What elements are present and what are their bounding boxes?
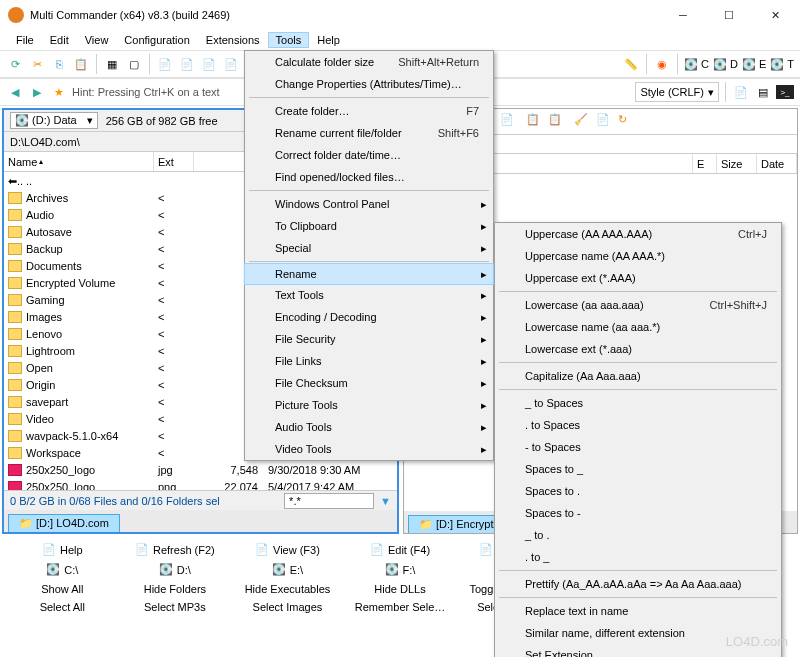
left-drive-dropdown[interactable]: 💽 (D:) Data [10, 112, 98, 129]
select-none-icon[interactable]: ▢ [125, 55, 143, 73]
col-date-r[interactable]: Date [757, 154, 797, 173]
fn-button[interactable]: Select MP3s [119, 598, 232, 616]
menu-edit[interactable]: Edit [42, 32, 77, 48]
menu-item[interactable]: File Links▸ [245, 350, 493, 372]
paste2-icon[interactable]: 📋 [548, 113, 566, 131]
pack-icon[interactable]: 📄 [222, 55, 240, 73]
menu-extensions[interactable]: Extensions [198, 32, 268, 48]
menu-item[interactable]: Picture Tools▸ [245, 394, 493, 416]
filter-icon[interactable]: ▼ [380, 495, 391, 507]
drive-e[interactable]: 💽 E [742, 58, 766, 71]
fn-button[interactable]: 📄View (F3) [231, 540, 344, 560]
menu-item[interactable]: Lowercase name (aa aaa.*) [495, 316, 781, 338]
doc-icon[interactable]: 📄 [732, 83, 750, 101]
menu-item[interactable]: File Security▸ [245, 328, 493, 350]
col-e-r[interactable]: E [693, 154, 717, 173]
fn-button[interactable]: 📄Refresh (F2) [119, 540, 232, 560]
menu-item[interactable]: Set Extension [495, 644, 781, 657]
fn-button[interactable]: 📄Edit (F4) [344, 540, 457, 560]
menu-item[interactable]: Rename current file/folderShift+F6 [245, 122, 493, 144]
col-name[interactable]: Name▴ [4, 152, 154, 171]
menu-item[interactable]: _ to . [495, 524, 781, 546]
fn-button[interactable]: Hide DLLs [344, 580, 457, 598]
close-button[interactable]: ✕ [752, 0, 798, 30]
drive-c[interactable]: 💽 C [684, 58, 709, 71]
menu-item[interactable]: Capitalize (Aa Aaa.aaa) [495, 365, 781, 387]
doc-remove-icon[interactable]: 📄 [500, 113, 518, 131]
menu-item[interactable]: File Checksum▸ [245, 372, 493, 394]
menu-item[interactable]: Uppercase name (AA AAA.*) [495, 245, 781, 267]
fn-button[interactable]: 💽D:\ [119, 560, 232, 580]
menu-item[interactable]: Uppercase (AA AAA.AAA)Ctrl+J [495, 223, 781, 245]
menu-item[interactable]: Spaces to - [495, 502, 781, 524]
fn-button[interactable]: 📄Help [6, 540, 119, 560]
terminal-icon[interactable]: >_ [776, 85, 794, 99]
col-size-r[interactable]: Size [717, 154, 757, 173]
menu-item[interactable]: Special▸ [245, 237, 493, 259]
file-row[interactable]: 250x250_logopng22,0745/4/2017 9:42 AM [4, 478, 397, 490]
style-combo[interactable]: Style (CRLF)▾ [635, 82, 719, 102]
fn-button[interactable]: Hide Folders [119, 580, 232, 598]
fn-button[interactable]: Select All [6, 598, 119, 616]
fn-button[interactable]: Show All [6, 580, 119, 598]
fn-button[interactable]: Select Images [231, 598, 344, 616]
menu-item[interactable]: Video Tools▸ [245, 438, 493, 460]
favorite-icon[interactable]: ★ [50, 83, 68, 101]
drive-t[interactable]: 💽 T [770, 58, 794, 71]
fn-button[interactable]: 💽C:\ [6, 560, 119, 580]
menu-item[interactable]: Correct folder date/time… [245, 144, 493, 166]
menu-help[interactable]: Help [309, 32, 348, 48]
menu-item[interactable]: To Clipboard▸ [245, 215, 493, 237]
menu-item[interactable]: Windows Control Panel▸ [245, 193, 493, 215]
menu-item[interactable]: Encoding / Decoding▸ [245, 306, 493, 328]
menu-item[interactable]: - to Spaces [495, 436, 781, 458]
menu-item[interactable]: Create folder…F7 [245, 100, 493, 122]
move-to-icon[interactable]: 📄 [178, 55, 196, 73]
menu-item[interactable]: Rename▸ [244, 263, 494, 285]
copy-to-icon[interactable]: 📄 [156, 55, 174, 73]
erase-icon[interactable]: 🧹 [574, 113, 592, 131]
list-icon[interactable]: ▤ [754, 83, 772, 101]
fn-button[interactable]: Hide Executables [231, 580, 344, 598]
minimize-button[interactable]: ─ [660, 0, 706, 30]
maximize-button[interactable]: ☐ [706, 0, 752, 30]
select-all-icon[interactable]: ▦ [103, 55, 121, 73]
menu-item[interactable]: Lowercase ext (*.aaa) [495, 338, 781, 360]
menu-item[interactable]: . to _ [495, 546, 781, 568]
redo-icon[interactable]: ↻ [618, 113, 636, 131]
ruler-icon[interactable]: 📏 [622, 55, 640, 73]
menu-item[interactable]: Find opened/locked files… [245, 166, 493, 188]
forward-icon[interactable]: ▶ [28, 83, 46, 101]
menu-item[interactable]: Calculate folder sizeShift+Alt+Return [245, 51, 493, 73]
new-icon[interactable]: 📄 [596, 113, 614, 131]
menu-view[interactable]: View [77, 32, 117, 48]
menu-tools[interactable]: Tools [268, 32, 310, 48]
menu-configuration[interactable]: Configuration [116, 32, 197, 48]
file-row[interactable]: 250x250_logojpg7,5489/30/2018 9:30 AM [4, 461, 397, 478]
menu-item[interactable]: Change Properties (Attributes/Time)… [245, 73, 493, 95]
delete-icon[interactable]: 📄 [200, 55, 218, 73]
fn-button[interactable]: 💽E:\ [231, 560, 344, 580]
refresh-icon[interactable]: ⟳ [6, 55, 24, 73]
back-icon[interactable]: ◀ [6, 83, 24, 101]
color-icon[interactable]: ◉ [653, 55, 671, 73]
menu-item[interactable]: Audio Tools▸ [245, 416, 493, 438]
menu-item[interactable]: Prettify (Aa_AA.aAA.aAa => Aa Aa Aaa.aaa… [495, 573, 781, 595]
fn-button[interactable]: Remember Sele… [344, 598, 457, 616]
menu-item[interactable]: Lowercase (aa aaa.aaa)Ctrl+Shift+J [495, 294, 781, 316]
menu-item[interactable]: Similar name, different extension [495, 622, 781, 644]
left-filter-input[interactable] [284, 493, 374, 509]
menu-file[interactable]: File [8, 32, 42, 48]
menu-item[interactable]: Spaces to . [495, 480, 781, 502]
copy2-icon[interactable]: 📋 [526, 113, 544, 131]
paste-icon[interactable]: 📋 [72, 55, 90, 73]
menu-item[interactable]: . to Spaces [495, 414, 781, 436]
menu-item[interactable]: _ to Spaces [495, 392, 781, 414]
menu-item[interactable]: Replace text in name [495, 600, 781, 622]
menu-item[interactable]: Text Tools▸ [245, 284, 493, 306]
menu-item[interactable]: Spaces to _ [495, 458, 781, 480]
col-ext[interactable]: Ext [154, 152, 194, 171]
menu-item[interactable]: Uppercase ext (*.AAA) [495, 267, 781, 289]
fn-button[interactable]: 💽F:\ [344, 560, 457, 580]
drive-d[interactable]: 💽 D [713, 58, 738, 71]
